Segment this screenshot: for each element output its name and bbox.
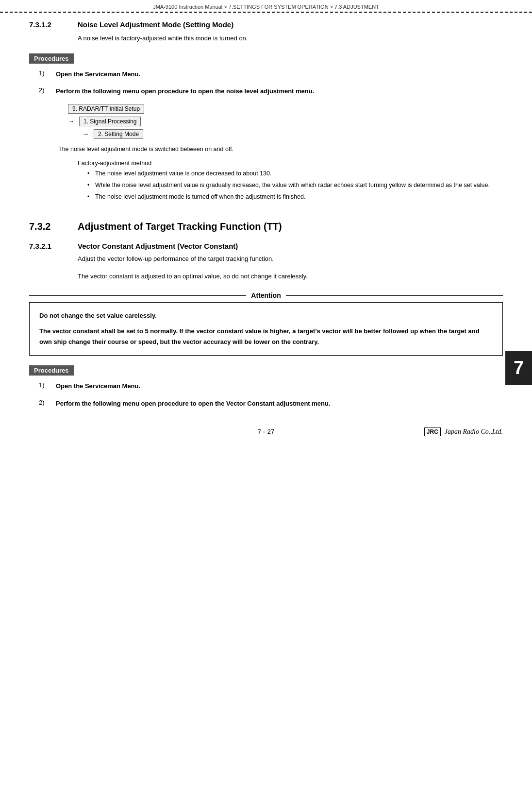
menu-flow-1: 9. RADAR/TT Initial Setup → 1. Signal Pr… xyxy=(68,104,503,139)
bullet-list-1: • The noise level adjustment value is on… xyxy=(87,169,503,202)
chapter-tab: 7 xyxy=(505,351,532,385)
procedures-badge-2: Procedures xyxy=(29,365,74,376)
proc2-step-2-text: Perform the following menu open procedur… xyxy=(56,399,331,409)
section-312-number: 7.3.1.2 xyxy=(29,20,68,29)
attention-text-1: Do not change the set value carelessly. xyxy=(39,310,493,321)
proc2-step-2-num: 2) xyxy=(39,399,51,409)
factory-label: Factory-adjustment method xyxy=(78,160,503,167)
section-3221-title: Vector Constant Adjustment (Vector Const… xyxy=(78,242,238,250)
procedures-badge-1: Procedures xyxy=(29,53,74,64)
menu-item-3: 2. Setting Mode xyxy=(94,129,143,139)
attention-label: Attention xyxy=(251,291,281,299)
bullet-text-3: The noise level adjustment mode is turne… xyxy=(95,192,305,202)
proc2-step-1: 1) Open the Serviceman Menu. xyxy=(39,381,503,391)
section-732-number: 7.3.2 xyxy=(29,221,68,232)
breadcrumb: JMA-9100 Instruction Manual > 7.SETTINGS… xyxy=(0,0,532,13)
factory-section: Factory-adjustment method • The noise le… xyxy=(78,160,503,202)
footer: 7－27 JRC Japan Radio Co.,Ltd. xyxy=(29,428,503,436)
menu-row-3: → 2. Setting Mode xyxy=(83,129,503,139)
bullet-dot-3: • xyxy=(87,192,92,202)
section-3221-header: 7.3.2.1 Vector Constant Adjustment (Vect… xyxy=(29,242,503,250)
bullet-dot-2: • xyxy=(87,180,92,190)
section-312-title: Noise Level Adjustment Mode (Setting Mod… xyxy=(78,20,233,29)
menu-item-2: 1. Signal Processing xyxy=(79,117,141,126)
note-text-1: The noise level adjustment mode is switc… xyxy=(58,145,503,154)
menu-item-1: 9. RADAR/TT Initial Setup xyxy=(68,104,144,114)
section-312-header: 7.3.1.2 Noise Level Adjustment Mode (Set… xyxy=(29,20,503,29)
proc-step-2-num: 2) xyxy=(39,86,51,96)
section-732-header: 7.3.2 Adjustment of Target Tracking Func… xyxy=(29,221,503,232)
bullet-item-2: • While the noise level adjustment value… xyxy=(87,180,503,190)
footer-logo: JRC Japan Radio Co.,Ltd. xyxy=(351,428,503,436)
proc-step-1-text: Open the Serviceman Menu. xyxy=(56,69,140,79)
menu-row-1: 9. RADAR/TT Initial Setup xyxy=(68,104,503,114)
menu-arrow-2: → xyxy=(68,118,74,125)
section-3221-intro2: The vector constant is adjusted to an op… xyxy=(78,272,503,282)
menu-arrow-3: → xyxy=(83,130,89,137)
attention-text-2: The vector constant shall be set to 5 no… xyxy=(39,326,493,347)
attention-line-right xyxy=(286,295,503,296)
proc2-step-1-num: 1) xyxy=(39,381,51,391)
proc-step-1-num: 1) xyxy=(39,69,51,79)
footer-page: 7－27 xyxy=(190,428,342,436)
proc-step-1: 1) Open the Serviceman Menu. xyxy=(39,69,503,79)
menu-row-2: → 1. Signal Processing xyxy=(68,117,503,126)
bullet-item-1: • The noise level adjustment value is on… xyxy=(87,169,503,178)
section-3221-body: Adjust the vector follow-up performance … xyxy=(78,254,503,282)
attention-line-left xyxy=(29,295,246,296)
bullet-text-1: The noise level adjustment value is once… xyxy=(95,169,271,178)
company-name: Japan Radio Co.,Ltd. xyxy=(445,428,503,436)
proc-step-2: 2) Perform the following menu open proce… xyxy=(39,86,503,96)
attention-box: Do not change the set value carelessly. … xyxy=(29,302,503,356)
section-3221-number: 7.3.2.1 xyxy=(29,242,68,250)
jrc-badge: JRC xyxy=(424,428,441,436)
section-312-intro: A noise level is factory-adjusted while … xyxy=(78,34,503,44)
bullet-text-2: While the noise level adjustment value i… xyxy=(95,180,490,190)
section-312-body: A noise level is factory-adjusted while … xyxy=(78,34,503,44)
attention-header: Attention xyxy=(29,291,503,299)
proc2-step-2: 2) Perform the following menu open proce… xyxy=(39,399,503,409)
section-3221-intro1: Adjust the vector follow-up performance … xyxy=(78,254,503,264)
bullet-item-3: • The noise level adjustment mode is tur… xyxy=(87,192,503,202)
attention-container: Attention Do not change the set value ca… xyxy=(29,291,503,356)
proc2-step-1-text: Open the Serviceman Menu. xyxy=(56,381,140,391)
section-732-title: Adjustment of Target Tracking Function (… xyxy=(78,221,282,232)
proc-step-2-text: Perform the following menu open procedur… xyxy=(56,86,314,96)
bullet-dot-1: • xyxy=(87,169,92,178)
